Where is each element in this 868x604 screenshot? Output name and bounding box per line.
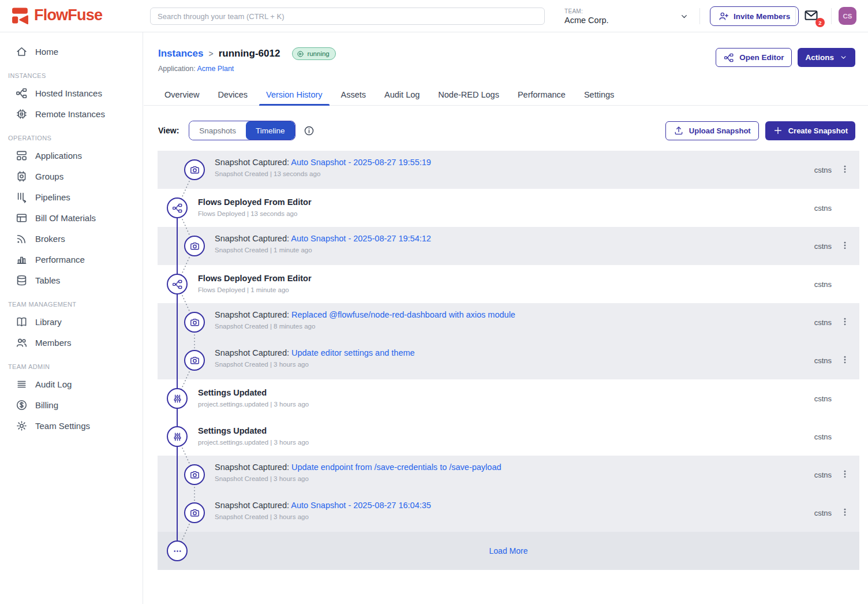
tab-assets[interactable]: Assets <box>334 84 373 105</box>
apps-icon <box>16 150 28 162</box>
row-right: cstns <box>814 227 859 265</box>
camera-icon <box>184 236 205 256</box>
sidebar-item-label: Brokers <box>35 234 65 244</box>
upload-snapshot-button[interactable]: Upload Snapshot <box>665 121 759 140</box>
view-toolbar: View: Snapshots Timeline Upload Snapshot… <box>158 119 855 142</box>
row-right: cstns <box>814 494 859 532</box>
node-red-icon <box>724 53 734 63</box>
sidebar-section-team-management: TEAM MANAGEMENT <box>0 301 143 308</box>
user-label: cstns <box>814 204 832 212</box>
sidebar-item-members[interactable]: Members <box>0 332 143 353</box>
sidebar-item-label: Tables <box>35 275 60 285</box>
snapshot-title-prefix: Snapshot Captured: <box>215 158 291 167</box>
sidebar-item-brokers[interactable]: Brokers <box>0 228 143 249</box>
toolbar-actions: Upload Snapshot Create Snapshot <box>665 121 855 140</box>
nodes-icon <box>167 197 188 218</box>
snapshot-link[interactable]: Replaced @flowfuse/node-red-dashboard wi… <box>291 310 515 319</box>
tab-devices[interactable]: Devices <box>211 84 255 105</box>
camera-icon <box>184 159 205 180</box>
timeline-row: Flows Deployed From EditorFlows Deployed… <box>158 265 859 303</box>
sidebar-item-team-settings[interactable]: Team Settings <box>0 415 143 436</box>
sidebar-item-library[interactable]: Library <box>0 311 143 332</box>
open-editor-button[interactable]: Open Editor <box>716 48 792 67</box>
user-label: cstns <box>814 394 832 403</box>
snapshot-link[interactable]: Update editor settings and theme <box>291 348 415 357</box>
nodes-icon <box>16 87 28 99</box>
snapshot-link[interactable]: Auto Snapshot - 2025-08-27 16:04:35 <box>291 501 431 510</box>
toggle-timeline[interactable]: Timeline <box>246 121 295 140</box>
sidebar-item-billing[interactable]: Billing <box>0 394 143 415</box>
kebab-menu-icon[interactable] <box>840 506 851 520</box>
tab-audit-log[interactable]: Audit Log <box>377 84 426 105</box>
tab-node-red-logs[interactable]: Node-RED Logs <box>431 84 506 105</box>
info-icon[interactable] <box>304 125 315 136</box>
user-label: cstns <box>814 356 832 365</box>
brand-name: FlowFuse <box>34 6 102 24</box>
timeline-row: Snapshot Captured: Replaced @flowfuse/no… <box>158 303 859 341</box>
timeline-row: Settings Updatedproject.settings.updated… <box>158 417 859 456</box>
sidebar-item-bill-of-materials[interactable]: Bill Of Materials <box>0 207 143 228</box>
load-more-link[interactable]: Load More <box>158 532 859 570</box>
user-label: cstns <box>814 509 832 517</box>
event-title: Settings Updated <box>198 388 309 397</box>
application-link[interactable]: Acme Plant <box>197 65 234 73</box>
sidebar-item-audit-log[interactable]: Audit Log <box>0 374 143 394</box>
brokers-icon <box>16 233 28 245</box>
event-meta: project.settings.updated | 3 hours ago <box>198 439 309 446</box>
tab-overview[interactable]: Overview <box>158 84 206 105</box>
tab-bar: OverviewDevicesVersion HistoryAssetsAudi… <box>144 84 868 106</box>
event-meta: project.settings.updated | 3 hours ago <box>198 401 309 408</box>
flowfuse-logo[interactable]: FlowFuse <box>12 6 102 24</box>
sidebar-item-groups[interactable]: Groups <box>0 166 143 187</box>
kebab-menu-icon[interactable] <box>840 239 851 253</box>
timeline-row: Snapshot Captured: Update endpoint from … <box>158 456 859 494</box>
sidebar-item-home[interactable]: Home <box>0 41 143 62</box>
sliders-icon <box>167 388 188 409</box>
tab-version-history[interactable]: Version History <box>259 84 330 105</box>
sidebar-item-remote-instances[interactable]: Remote Instances <box>0 103 143 124</box>
breadcrumb-instances-link[interactable]: Instances <box>158 48 203 59</box>
sidebar-item-performance[interactable]: Performance <box>0 249 143 270</box>
row-right: cstns <box>814 189 859 227</box>
sidebar-item-label: Groups <box>35 171 63 181</box>
timeline-row: Snapshot Captured: Auto Snapshot - 2025-… <box>158 227 859 265</box>
sidebar-item-applications[interactable]: Applications <box>0 145 143 166</box>
sidebar-item-label: Home <box>35 47 58 57</box>
play-circle-icon <box>297 50 304 58</box>
sidebar-item-label: Hosted Instances <box>35 88 102 98</box>
sliders-icon <box>167 426 188 447</box>
sidebar-item-pipelines[interactable]: Pipelines <box>0 187 143 207</box>
snapshot-link[interactable]: Auto Snapshot - 2025-08-27 19:54:12 <box>291 234 431 243</box>
person-plus-icon <box>719 11 729 21</box>
kebab-menu-icon[interactable] <box>840 468 851 482</box>
search-input[interactable] <box>150 8 545 25</box>
tab-performance[interactable]: Performance <box>511 84 573 105</box>
user-label: cstns <box>814 166 832 174</box>
tab-settings[interactable]: Settings <box>577 84 621 105</box>
invite-members-button[interactable]: Invite Members <box>710 6 799 26</box>
actions-button[interactable]: Actions <box>798 48 855 67</box>
sidebar-item-label: Audit Log <box>35 379 72 389</box>
pipelines-icon <box>16 191 28 203</box>
row-right: cstns <box>814 379 859 417</box>
toggle-snapshots[interactable]: Snapshots <box>189 121 246 140</box>
timeline-row-content: Snapshot Captured: Update endpoint from … <box>215 463 502 482</box>
snapshot-title-prefix: Snapshot Captured: <box>215 310 291 319</box>
timeline-row-content: Settings Updatedproject.settings.updated… <box>198 424 309 446</box>
row-right: cstns <box>814 151 859 189</box>
snapshot-link[interactable]: Update endpoint from /save-credentials t… <box>291 463 502 472</box>
kebab-menu-icon[interactable] <box>840 353 851 367</box>
sidebar-item-tables[interactable]: Tables <box>0 270 143 290</box>
kebab-menu-icon[interactable] <box>840 315 851 329</box>
create-snapshot-button[interactable]: Create Snapshot <box>765 121 855 140</box>
team-selector[interactable]: TEAM: Acme Corp. <box>564 5 689 28</box>
kebab-menu-icon[interactable] <box>840 163 851 177</box>
chevron-down-icon <box>679 12 689 21</box>
sidebar-item-hosted-instances[interactable]: Hosted Instances <box>0 83 143 103</box>
user-label: cstns <box>814 242 832 251</box>
user-avatar[interactable]: CS <box>839 7 856 25</box>
event-meta: Snapshot Created | 8 minutes ago <box>215 323 515 330</box>
notifications-button[interactable]: 2 <box>803 8 821 25</box>
snapshot-link[interactable]: Auto Snapshot - 2025-08-27 19:55:19 <box>291 158 431 167</box>
home-icon <box>16 46 28 58</box>
